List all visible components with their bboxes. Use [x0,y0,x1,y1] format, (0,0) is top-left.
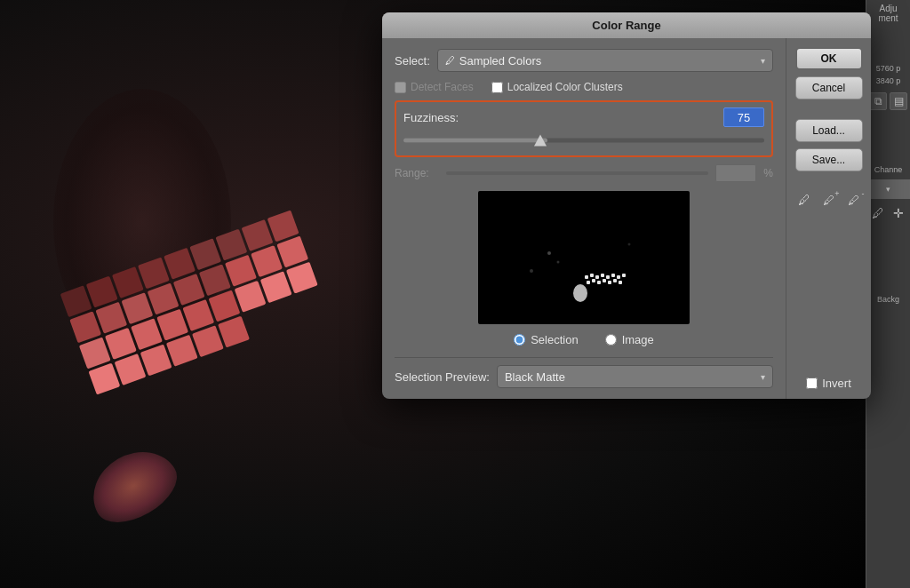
svg-rect-13 [613,279,617,282]
svg-rect-1 [590,274,594,277]
range-row: Range: % [395,164,773,182]
image-radio-label[interactable]: Image [605,333,654,346]
invert-label[interactable]: Invert [806,377,851,390]
svg-rect-14 [619,281,622,284]
load-button[interactable]: Load... [795,119,863,142]
selection-preview-label: Selection Preview: [395,370,490,384]
right-panel: Adjument 5760 p 3840 p ⧉ ▤ Channe ▾ 🖊 ✛ … [866,0,910,588]
cancel-button[interactable]: Cancel [795,76,863,99]
detect-faces-checkbox[interactable] [395,82,406,93]
fuzziness-label: Fuzziness: [403,111,459,124]
fuzziness-input[interactable] [723,107,764,127]
select-chevron-icon: ▾ [761,56,765,66]
svg-rect-11 [603,279,606,282]
eyedropper-add-icon[interactable]: 🖊+ [818,189,840,211]
dialog-body: Select: 🖊 Sampled Colors ▾ Detect Faces [382,38,871,399]
svg-rect-2 [595,275,599,279]
svg-rect-3 [601,274,604,277]
fuzziness-slider-container[interactable] [403,132,764,148]
svg-point-18 [530,269,533,273]
fuzziness-slider-thumb[interactable] [534,135,547,147]
color-range-dialog: Color Range Select: 🖊 Sampled Colors ▾ [382,12,871,399]
radio-row: Selection Image [395,333,773,346]
right-panel-adj-label: Adjument [866,0,910,27]
select-row: Select: 🖊 Sampled Colors ▾ [395,49,773,72]
channel-chevron: ▾ [886,185,890,194]
svg-rect-6 [617,275,620,279]
selection-preview-dropdown[interactable]: Black Matte ▾ [497,365,773,388]
selection-preview-row: Selection Preview: Black Matte ▾ [395,357,773,388]
right-panel-icons: ⧉ ▤ [866,92,910,110]
right-panel-value2: 3840 p [866,75,910,87]
select-dropdown[interactable]: 🖊 Sampled Colors ▾ [437,49,773,72]
invert-checkbox[interactable] [806,377,818,389]
dialog-main: Select: 🖊 Sampled Colors ▾ Detect Faces [382,38,786,399]
svg-point-16 [547,251,551,255]
preview-image [478,191,690,324]
selection-preview-chevron-icon: ▾ [761,372,765,382]
range-label: Range: [395,167,439,179]
svg-rect-9 [592,279,595,282]
modal-container: Color Range Select: 🖊 Sampled Colors ▾ [382,12,871,399]
svg-rect-8 [587,281,590,284]
selection-preview-value: Black Matte [505,370,565,384]
tool-icon-1[interactable]: 🖊 [869,204,887,222]
ok-button[interactable]: OK [795,47,863,70]
preview-container [395,191,773,324]
svg-point-19 [628,243,631,246]
right-panel-tools: 🖊 ✛ [866,204,910,222]
dialog-titlebar: Color Range [382,12,871,38]
options-row: Detect Faces Localized Color Clusters [395,81,773,93]
image-radio[interactable] [605,334,617,346]
select-label: Select: [395,54,430,68]
detect-faces-label[interactable]: Detect Faces [395,81,474,93]
svg-rect-0 [585,275,588,279]
eyedropper-icon: 🖊 [445,55,455,66]
select-value: Sampled Colors [459,54,542,68]
select-dropdown-content: 🖊 Sampled Colors [445,54,542,68]
selection-radio-label[interactable]: Selection [514,333,578,346]
dialog-buttons: OK Cancel Load... Save... 🖊 🖊+ 🖊 [786,38,871,399]
svg-point-15 [573,284,587,302]
eyedropper-icons-row: 🖊 🖊+ 🖊- [794,189,865,211]
range-percent: % [763,167,773,179]
dialog-title: Color Range [592,19,660,32]
svg-point-17 [557,261,560,264]
fuzziness-row: Fuzziness: [403,107,764,127]
svg-rect-5 [611,274,615,277]
channel-dropdown[interactable]: ▾ [866,179,910,199]
svg-rect-10 [597,281,601,284]
tool-icon-2[interactable]: ✛ [890,204,907,222]
right-panel-channel: Channe [866,163,910,176]
svg-rect-4 [606,275,610,279]
save-button[interactable]: Save... [795,148,863,171]
panel-icon-1[interactable]: ⧉ [869,92,887,110]
svg-rect-12 [608,281,611,284]
range-slider-track [446,171,708,175]
range-input[interactable] [715,164,756,182]
preview-svg [478,191,690,324]
eyedropper-subtract-icon[interactable]: 🖊- [843,189,865,211]
selection-radio[interactable] [514,334,525,346]
localized-clusters-checkbox[interactable] [491,82,503,93]
eyedropper-normal-icon[interactable]: 🖊 [794,189,815,211]
localized-clusters-label[interactable]: Localized Color Clusters [491,81,623,93]
fuzziness-section: Fuzziness: [395,100,773,157]
svg-rect-7 [622,274,626,277]
right-panel-value1: 5760 p [866,62,910,75]
panel-icon-2[interactable]: ▤ [890,92,907,110]
right-panel-back: Backg [866,293,910,306]
fuzziness-slider-fill [403,139,547,143]
